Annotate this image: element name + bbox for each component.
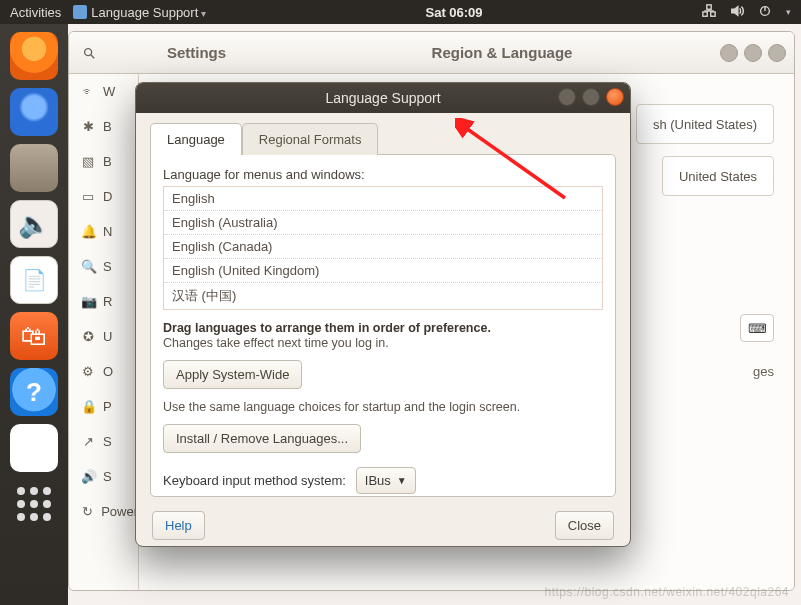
chevron-down-icon: ▼ <box>397 475 407 486</box>
keyboard-icon: ⌨ <box>748 321 767 336</box>
app-menu-icon <box>73 5 87 19</box>
region-icon: 📷 <box>81 294 95 309</box>
manage-languages-partial[interactable]: ges <box>753 364 774 379</box>
sidebar-item[interactable]: 🔍S <box>69 249 138 284</box>
watermark: https://blog.csdn.net/weixin.net/402qla2… <box>545 585 790 599</box>
online-icon: ⚙ <box>81 364 95 379</box>
sidebar-item[interactable]: 📷R <box>69 284 138 319</box>
notifications-icon: 🔔 <box>81 224 95 239</box>
language-item[interactable]: English (Australia) <box>164 211 602 235</box>
settings-maximize-button[interactable] <box>744 44 762 62</box>
activities-button[interactable]: Activities <box>10 5 61 20</box>
help-button[interactable]: Help <box>152 511 205 540</box>
apply-system-wide-button[interactable]: Apply System-Wide <box>163 360 302 389</box>
power-icon[interactable] <box>758 4 772 21</box>
svg-rect-0 <box>703 11 707 15</box>
dialog-tabs: Language Regional Formats <box>150 123 616 155</box>
dialog-maximize-button[interactable] <box>582 88 600 106</box>
settings-panel-title: Region & Language <box>284 44 720 61</box>
sidebar-item[interactable]: ⚙O <box>69 354 138 389</box>
sidebar-item[interactable]: ᯤW <box>69 74 138 109</box>
svg-rect-1 <box>711 11 715 15</box>
sidebar-item[interactable]: ✱B <box>69 109 138 144</box>
bluetooth-icon: ✱ <box>81 119 95 134</box>
tab-regional-formats[interactable]: Regional Formats <box>242 123 379 155</box>
dock-thunderbird[interactable] <box>10 88 58 136</box>
privacy-icon: 🔒 <box>81 399 95 414</box>
dock-show-apps[interactable] <box>10 480 58 528</box>
gnome-topbar: Activities Language Support Sat 06:09 ▾ <box>0 0 801 24</box>
formats-row[interactable]: United States <box>662 156 774 196</box>
sidebar-item[interactable]: ▭D <box>69 179 138 214</box>
svg-point-4 <box>85 48 92 55</box>
language-item[interactable]: English (Canada) <box>164 235 602 259</box>
sidebar-item[interactable]: ↗S <box>69 424 138 459</box>
volume-icon[interactable] <box>730 4 744 21</box>
background-icon: ▧ <box>81 154 95 169</box>
language-row[interactable]: sh (United States) <box>636 104 774 144</box>
kims-label: Keyboard input method system: <box>163 473 346 488</box>
install-remove-languages-button[interactable]: Install / Remove Languages... <box>163 424 361 453</box>
dialog-titlebar[interactable]: Language Support <box>136 83 630 113</box>
tab-language-panel: Language for menus and windows: English … <box>150 154 616 497</box>
close-button[interactable]: Close <box>555 511 614 540</box>
menus-windows-label: Language for menus and windows: <box>163 167 603 182</box>
sidebar-item[interactable]: 🔊S <box>69 459 138 494</box>
settings-minimize-button[interactable] <box>720 44 738 62</box>
sidebar-item[interactable]: ↻Power <box>69 494 138 529</box>
settings-sidebar: ᯤW ✱B ▧B ▭D 🔔N 🔍S 📷R ✪U ⚙O 🔒P ↗S 🔊S ↻Pow… <box>69 74 139 590</box>
sidebar-item[interactable]: 🔒P <box>69 389 138 424</box>
language-item[interactable]: English <box>164 187 602 211</box>
sharing-icon: ↗ <box>81 434 95 449</box>
network-icon[interactable] <box>702 4 716 21</box>
sidebar-item[interactable]: ✪U <box>69 319 138 354</box>
settings-search-button[interactable] <box>69 46 109 60</box>
drag-hint: Drag languages to arrange them in order … <box>163 320 603 350</box>
dock-software[interactable]: 🛍 <box>10 312 58 360</box>
dock-libreoffice[interactable]: 📄 <box>10 256 58 304</box>
apply-hint: Use the same language choices for startu… <box>163 400 520 414</box>
keyboard-osd-button[interactable]: ⌨ <box>740 314 774 342</box>
sidebar-item[interactable]: 🔔N <box>69 214 138 249</box>
settings-headerbar: Settings Region & Language <box>69 32 794 74</box>
power-cat-icon: ↻ <box>81 504 93 519</box>
dock-help[interactable]: ? <box>10 368 58 416</box>
settings-title: Settings <box>109 44 284 61</box>
dock-icon: ▭ <box>81 189 95 204</box>
sidebar-item[interactable]: ▧B <box>69 144 138 179</box>
dock-amazon[interactable]: a <box>10 424 58 472</box>
sound-icon: 🔊 <box>81 469 95 484</box>
clock[interactable]: Sat 06:09 <box>206 5 702 20</box>
language-item[interactable]: English (United Kingdom) <box>164 259 602 283</box>
language-item[interactable]: 汉语 (中国) <box>164 283 602 309</box>
dock-firefox[interactable] <box>10 32 58 80</box>
dock-files[interactable] <box>10 144 58 192</box>
universal-icon: ✪ <box>81 329 95 344</box>
system-chevron-icon: ▾ <box>786 7 791 17</box>
dock-rhythmbox[interactable]: 🔈 <box>10 200 58 248</box>
svg-rect-2 <box>707 4 711 8</box>
search-icon: 🔍 <box>81 259 95 274</box>
language-support-dialog: Language Support Language Regional Forma… <box>135 82 631 547</box>
kims-select[interactable]: IBus ▼ <box>356 467 416 494</box>
settings-close-button[interactable] <box>768 44 786 62</box>
tab-language[interactable]: Language <box>150 123 242 155</box>
app-menu[interactable]: Language Support <box>73 5 206 20</box>
dialog-title: Language Support <box>325 90 440 106</box>
wifi-icon: ᯤ <box>81 84 95 99</box>
language-list[interactable]: English English (Australia) English (Can… <box>163 186 603 310</box>
dialog-minimize-button[interactable] <box>558 88 576 106</box>
dialog-close-button[interactable] <box>606 88 624 106</box>
launcher-dock: 🔈 📄 🛍 ? a <box>0 24 68 605</box>
